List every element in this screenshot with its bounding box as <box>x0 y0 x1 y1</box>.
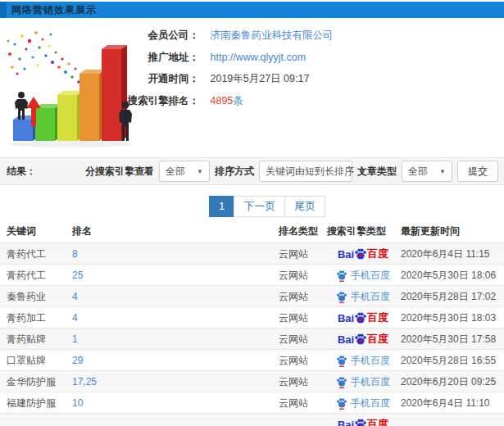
rank-cell[interactable]: 4 <box>72 286 78 307</box>
open-time-row: 开通时间： 2019年5月27日 09:17 <box>121 68 333 90</box>
open-time-label: 开通时间： <box>121 68 199 90</box>
article-type-select[interactable]: 全部 ▼ <box>402 161 452 182</box>
next-page-button[interactable]: 下一页 <box>234 196 285 217</box>
rank-cell[interactable]: 25 <box>72 265 83 286</box>
engine-cell: Bai du 百度 手机百度 <box>327 329 399 350</box>
rank-cell[interactable]: 1 <box>72 329 78 350</box>
baidu-paw-icon: du <box>354 418 367 426</box>
rank-cell[interactable]: 29 <box>72 350 83 371</box>
keyword-cell: 福建防护服 <box>7 392 56 414</box>
businessman-left <box>15 92 28 120</box>
header-keyword: 关键词 <box>7 220 36 242</box>
engine-rank-count: 4895 <box>210 95 233 106</box>
table-row: 口罩贴牌 29 云网站 Bai du 百度 <box>0 349 504 370</box>
keyword-cell: 膏药加工 <box>7 307 46 329</box>
keyword-cell: 膏药贴牌 <box>7 329 46 350</box>
filter-controls: 分搜索引擎查看 全部 ▼ 排序方式 关键词由短到长排序 ▼ 文章类型 全部 ▼ … <box>85 161 504 182</box>
pagination: 1 下一页 尾页 <box>209 196 325 217</box>
baidu-paw-icon: du <box>354 247 367 261</box>
engine-rank-row: 搜索引擎排名： 4895条 <box>121 90 333 112</box>
baidu-mobile-logo: 手机百度 <box>336 397 390 410</box>
engine-rank-label: 搜索引擎排名： <box>121 90 199 112</box>
open-time-value: 2019年5月27日 09:17 <box>210 73 309 84</box>
member-info-section: 会员公司： 济南秦鲁药业科技有限公司 推广地址： http://www.qlyy… <box>121 25 333 111</box>
keyword-cell: 膏药代工 <box>7 243 46 265</box>
company-label: 会员公司： <box>121 25 199 47</box>
bar-yellow <box>57 91 83 141</box>
engine-cell: Bai du 百度 手机百度 <box>327 265 399 286</box>
filter-bar: 结果： 分搜索引擎查看 全部 ▼ 排序方式 关键词由短到长排序 ▼ 文章类型 全… <box>0 157 504 185</box>
baidu-paw-icon: du <box>354 333 367 346</box>
chevron-down-icon: ▼ <box>439 168 446 175</box>
keyword-cell: 口罩贴牌 <box>7 350 46 371</box>
engine-rank-unit: 条 <box>233 95 243 106</box>
updated-cell: 2020年6月4日 11:10 <box>401 392 490 414</box>
mobile-baidu-paw-icon <box>336 397 347 410</box>
table-row: 膏药贴牌 1 云网站 Bai du 百度 <box>0 328 504 349</box>
updated-cell: 2020年5月30日 17:58 <box>401 329 496 350</box>
engine-cell: Bai du 百度 手机百度 <box>327 307 399 329</box>
rank-type-cell: 云网站 <box>279 371 308 392</box>
table-row: 膏药代工 25 云网站 Bai du 百度 <box>0 264 504 285</box>
header-rank: 排名 <box>72 220 92 242</box>
rank-cell[interactable]: 10 <box>72 392 83 414</box>
rank-cell[interactable]: 17,25 <box>72 371 97 392</box>
sort-select[interactable]: 关键词由短到长排序 ▼ <box>259 161 352 182</box>
header-rank-type: 排名类型 <box>279 220 318 242</box>
table-header: 关键词 排名 排名类型 搜索引擎类型 最新更新时间 <box>0 220 504 242</box>
company-link[interactable]: 济南秦鲁药业科技有限公司 <box>210 29 333 41</box>
baidu-mobile-logo: 手机百度 <box>336 375 390 389</box>
engine-filter-value: 全部 <box>166 165 185 179</box>
mobile-baidu-paw-icon <box>336 355 347 367</box>
svg-text:du: du <box>358 317 364 322</box>
updated-cell: 2020年5月28日 16:55 <box>401 350 496 371</box>
results-table: 关键词 排名 排名类型 搜索引擎类型 最新更新时间 膏药代工 8 云网站 Bai… <box>0 220 504 426</box>
baidu-pc-logo: Bai du 百度 <box>338 332 388 347</box>
table-row: 福建防护服 10 云网站 Bai du 百度 <box>0 392 504 413</box>
baidu-pc-logo: Bai du 百度 <box>338 247 388 261</box>
svg-text:du: du <box>358 253 364 258</box>
engine-cell: Bai du 百度 手机百度 <box>327 286 399 307</box>
rank-cell[interactable]: 8 <box>72 243 78 265</box>
page-1-button[interactable]: 1 <box>209 196 234 217</box>
engine-cell: Bai du 百度 手机百度 <box>327 243 399 265</box>
updated-cell: 2020年5月30日 18:03 <box>401 307 496 329</box>
mobile-baidu-paw-icon <box>336 291 347 303</box>
submit-button[interactable]: 提交 <box>457 161 498 182</box>
last-page-button[interactable]: 尾页 <box>284 196 325 217</box>
result-label: 结果： <box>7 165 36 179</box>
promo-url-link[interactable]: http://www.qlyyjt.com <box>210 52 306 63</box>
bar-chart-illustration <box>2 21 139 152</box>
table-row: 膏药加工 4 云网站 Bai du 百度 <box>0 306 504 328</box>
engine-cell: Bai du 百度 手机百度 <box>327 414 399 426</box>
baidu-pc-logo: Bai du 百度 <box>338 310 388 325</box>
engine-filter-label: 分搜索引擎查看 <box>85 165 154 179</box>
chevron-down-icon: ▼ <box>197 168 203 175</box>
baidu-mobile-logo: 手机百度 <box>336 354 390 368</box>
rank-type-cell: 云网站 <box>279 350 308 371</box>
baidu-mobile-logo: 手机百度 <box>336 269 390 283</box>
rank-type-cell: 云网站 <box>279 392 308 414</box>
mobile-baidu-paw-icon <box>336 270 347 282</box>
rank-type-cell: 云网站 <box>279 243 308 265</box>
rank-type-cell: 云网站 <box>279 329 308 350</box>
updated-cell: 2020年6月4日 11:15 <box>401 243 490 265</box>
baidu-paw-icon: du <box>354 311 367 324</box>
table-body: 膏药代工 8 云网站 Bai du 百度 <box>0 242 504 426</box>
rank-type-cell: 云网站 <box>279 286 308 307</box>
bar-green <box>35 104 61 141</box>
article-type-value: 全部 <box>408 165 428 179</box>
updated-cell: 2020年5月30日 18:06 <box>401 265 496 286</box>
mobile-baidu-paw-icon <box>336 376 347 388</box>
table-row: Bai du 百度 手机百度 <box>0 413 504 426</box>
rank-cell[interactable]: 4 <box>72 307 78 329</box>
sort-label: 排序方式 <box>215 165 254 179</box>
article-type-label: 文章类型 <box>357 165 397 179</box>
company-row: 会员公司： 济南秦鲁药业科技有限公司 <box>121 25 333 47</box>
header-updated: 最新更新时间 <box>401 220 460 242</box>
engine-cell: Bai du 百度 手机百度 <box>327 371 399 392</box>
promo-url-row: 推广地址： http://www.qlyyjt.com <box>121 47 333 69</box>
promo-url-label: 推广地址： <box>121 47 199 69</box>
engine-filter-select[interactable]: 全部 ▼ <box>159 161 210 182</box>
page: 网络营销效果展示 <box>0 0 504 426</box>
